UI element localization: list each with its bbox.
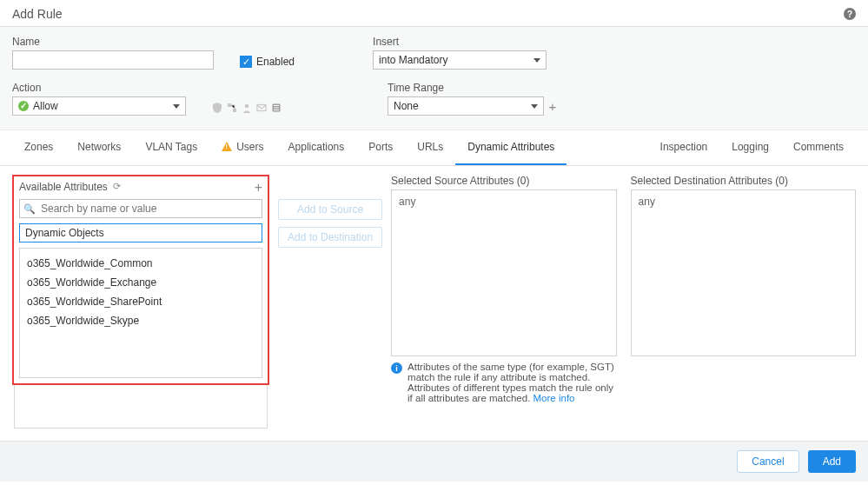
attributes-body: Available Attributes ⟳ + 🔍 Dynamic Objec… — [0, 166, 868, 441]
svg-rect-7 — [274, 110, 279, 110]
selected-source-label: Selected Source Attributes (0) — [391, 175, 616, 187]
tab-urls[interactable]: URLs — [405, 130, 455, 165]
allow-icon: ✓ — [18, 101, 29, 111]
available-empty-area — [14, 385, 268, 429]
available-search-input[interactable] — [39, 201, 258, 216]
available-attributes-box: Available Attributes ⟳ + 🔍 Dynamic Objec… — [12, 175, 269, 385]
search-icon: 🔍 — [23, 203, 36, 215]
tab-applications[interactable]: Applications — [276, 130, 357, 165]
available-column: Available Attributes ⟳ + 🔍 Dynamic Objec… — [12, 175, 269, 429]
tab-label: Ports — [368, 141, 393, 153]
action-value: Allow — [33, 100, 58, 112]
tab-label: Zones — [24, 141, 53, 153]
tab-logging[interactable]: Logging — [719, 130, 781, 165]
tab-label: Users — [236, 141, 263, 153]
svg-rect-5 — [274, 105, 279, 106]
info-icon: i — [391, 362, 402, 374]
tab-networks[interactable]: Networks — [65, 130, 133, 165]
timerange-add-button[interactable]: + — [544, 96, 561, 116]
action-label: Action — [12, 82, 186, 94]
tab-zones[interactable]: Zones — [12, 130, 65, 165]
form-area: Name ✓ Enabled Insert into Mandatory Act… — [0, 27, 868, 130]
enabled-wrap: ✓ Enabled — [240, 36, 295, 70]
selected-source-value: any — [399, 196, 415, 208]
available-attribute-item[interactable]: o365_Worldwide_Common — [27, 254, 255, 273]
warning-icon — [222, 142, 232, 151]
available-attributes-list: o365_Worldwide_Commono365_Worldwide_Exch… — [19, 248, 262, 378]
svg-rect-0 — [228, 103, 231, 107]
selected-destination-value: any — [639, 196, 655, 208]
add-rule-dialog: Add Rule ? Name ✓ Enabled Insert into Ma… — [0, 0, 868, 482]
chevron-down-icon — [533, 58, 540, 63]
tab-comments[interactable]: Comments — [781, 130, 856, 165]
attribute-info: i Attributes of the same type (for examp… — [391, 362, 616, 403]
available-attribute-item[interactable]: o365_Worldwide_Skype — [27, 311, 255, 330]
chevron-down-icon — [531, 104, 538, 109]
refresh-icon[interactable]: ⟳ — [113, 181, 121, 192]
tab-ports[interactable]: Ports — [356, 130, 405, 165]
tab-label: Dynamic Attributes — [467, 141, 554, 153]
svg-point-2 — [245, 104, 249, 109]
list-icon[interactable] — [271, 103, 282, 113]
timerange-field-group: Time Range None + — [388, 82, 561, 116]
action-select[interactable]: ✓ Allow — [12, 96, 186, 116]
selected-source-column: Selected Source Attributes (0) any i Att… — [391, 175, 616, 429]
selected-destination-box[interactable]: any — [631, 189, 856, 356]
svg-rect-1 — [233, 109, 236, 112]
flow-icon[interactable] — [227, 103, 237, 113]
insert-field-group: Insert into Mandatory — [373, 36, 547, 70]
tab-label: Networks — [77, 141, 121, 153]
tab-inspection[interactable]: Inspection — [648, 130, 720, 165]
action-mini-icons — [212, 82, 282, 116]
chevron-down-icon — [173, 104, 180, 109]
tab-label: VLAN Tags — [145, 141, 197, 153]
name-input[interactable] — [12, 50, 214, 70]
attribute-type-value: Dynamic Objects — [25, 227, 104, 239]
tab-users[interactable]: Users — [209, 130, 275, 165]
dialog-title: Add Rule — [12, 7, 63, 21]
available-title: Available Attributes ⟳ — [19, 181, 121, 193]
name-label: Name — [12, 36, 214, 48]
timerange-label: Time Range — [388, 82, 561, 94]
insert-select[interactable]: into Mandatory — [373, 50, 547, 70]
selected-destination-column: Selected Destination Attributes (0) any — [631, 175, 856, 429]
tab-vlan-tags[interactable]: VLAN Tags — [133, 130, 209, 165]
add-to-destination-button[interactable]: Add to Destination — [278, 227, 382, 248]
add-button[interactable]: Add — [808, 450, 856, 473]
action-field-group: Action ✓ Allow — [12, 82, 186, 116]
tab-label: Applications — [288, 141, 345, 153]
tab-label: URLs — [417, 141, 443, 153]
available-attribute-item[interactable]: o365_Worldwide_Exchange — [27, 273, 255, 292]
enabled-label: Enabled — [256, 56, 295, 68]
tabs: ZonesNetworksVLAN TagsUsersApplicationsP… — [0, 130, 868, 166]
dialog-footer: Cancel Add — [0, 441, 868, 482]
user-icon[interactable] — [242, 103, 252, 113]
selected-destination-label: Selected Destination Attributes (0) — [631, 175, 856, 187]
mail-icon[interactable] — [256, 103, 267, 113]
attribute-type-select[interactable]: Dynamic Objects — [19, 223, 262, 242]
more-info-link[interactable]: More info — [533, 393, 575, 403]
add-attribute-button[interactable]: + — [255, 180, 262, 196]
cancel-button[interactable]: Cancel — [737, 450, 798, 473]
available-search-wrap: 🔍 — [19, 199, 262, 218]
info-line2: Attributes of different types match the … — [407, 382, 613, 403]
svg-rect-6 — [274, 108, 279, 109]
timerange-value: None — [394, 100, 419, 112]
name-field-group: Name — [12, 36, 214, 70]
selected-source-box[interactable]: any — [391, 189, 616, 356]
tab-dynamic-attributes[interactable]: Dynamic Attributes — [455, 130, 567, 165]
add-actions-column: Add to Source Add to Destination — [278, 175, 382, 429]
shield-icon[interactable] — [212, 103, 222, 113]
dialog-header: Add Rule ? — [0, 0, 868, 27]
insert-value: into Mandatory — [379, 54, 447, 66]
add-to-source-button[interactable]: Add to Source — [278, 199, 382, 220]
enabled-checkbox[interactable]: ✓ — [240, 56, 252, 68]
timerange-select[interactable]: None — [388, 96, 544, 116]
insert-label: Insert — [373, 36, 547, 48]
info-line1: Attributes of the same type (for example… — [407, 362, 614, 382]
available-attribute-item[interactable]: o365_Worldwide_SharePoint — [27, 292, 255, 311]
help-icon[interactable]: ? — [844, 8, 856, 20]
